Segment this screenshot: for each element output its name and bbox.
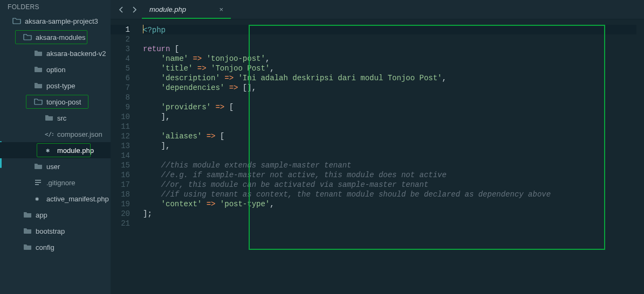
tree-item-label: src [57, 114, 66, 122]
folder-closed-icon [33, 65, 43, 74]
code-line[interactable]: //this module extends sample-master tena… [143, 160, 636, 170]
code-line[interactable]: //e.g. if sample-master not active, this… [143, 170, 636, 180]
code-line[interactable] [143, 122, 636, 131]
code-file-icon [44, 130, 54, 138]
line-number: 11 [111, 122, 130, 131]
tab-module-php[interactable]: module.php × [142, 0, 231, 19]
tree-item-label: config [36, 243, 54, 251]
tree-item-aksara-sample-project3[interactable]: aksara-sample-project3 [0, 13, 111, 29]
code-line[interactable]: //if using tenant as context, the tenant… [143, 190, 636, 199]
folder-closed-icon [23, 227, 32, 235]
code-line[interactable]: ]; [143, 209, 636, 219]
line-number: 7 [111, 83, 130, 93]
tree-item-label: composer.json [57, 130, 102, 138]
tree-item-label: aksara-backend-v2 [46, 50, 106, 58]
line-number: 6 [111, 73, 130, 83]
code-line[interactable] [143, 219, 636, 228]
folder-closed-icon [33, 81, 43, 90]
line-number: 2 [111, 34, 130, 44]
editor-area: module.php × 123456789101112131415161718… [111, 0, 644, 294]
folder-open-icon [12, 17, 22, 25]
code-viewport[interactable]: <?php return [ 'name' => 'tonjoo-post', … [143, 19, 636, 294]
code-line[interactable]: 'aliases' => [ [143, 131, 636, 141]
tree-item-post-type[interactable]: post-type [0, 78, 111, 94]
file-icon [33, 194, 43, 203]
tree-item-aksara-backend-v2[interactable]: aksara-backend-v2 [0, 45, 111, 61]
line-number: 4 [111, 54, 130, 64]
tree-item-label: active_manifest.php [46, 195, 109, 203]
code-line[interactable]: 'context' => 'post-type', [143, 199, 636, 209]
code-line[interactable] [143, 93, 636, 102]
close-icon[interactable]: × [219, 5, 223, 13]
tree-item-label: bootstrap [36, 227, 65, 235]
line-gutter: 123456789101112131415161718192021 [111, 19, 134, 294]
code-line[interactable]: 'providers' => [ [143, 102, 636, 112]
tree-item-label: option [46, 66, 65, 74]
tree-item-app[interactable]: app [0, 207, 111, 223]
folder-open-icon [23, 33, 32, 41]
tree-item-label: tonjoo-post [46, 98, 81, 106]
sidebar: FOLDERS aksara-sample-project3aksara-mod… [0, 0, 111, 294]
tree-item-aksara-modules[interactable]: aksara-modules [0, 29, 111, 45]
lines-file-icon [33, 178, 43, 187]
line-number: 16 [111, 170, 130, 180]
nav-forward-icon[interactable] [130, 5, 139, 14]
nav-back-icon[interactable] [117, 5, 126, 14]
code-line[interactable]: 'description' => 'Ini adalah deskripsi d… [143, 73, 636, 83]
code-line[interactable]: return [ [143, 44, 636, 54]
tree-item-tonjoo-post[interactable]: tonjoo-post [0, 94, 111, 110]
tree-item-module-php[interactable]: module.php [0, 142, 111, 158]
tree-item-option[interactable]: option [0, 61, 111, 78]
line-number: 15 [111, 160, 130, 170]
file-tree: aksara-sample-project3aksara-modulesaksa… [0, 13, 111, 260]
tab-bar: module.php × [111, 0, 644, 19]
code-line[interactable]: 'title' => 'Tonjoo Post', [143, 64, 636, 73]
tree-item--gitignore[interactable]: .gitignore [0, 174, 111, 191]
code-line[interactable]: //or, this module can be activated via s… [143, 180, 636, 190]
line-number: 13 [111, 141, 130, 151]
tree-item-label: aksara-modules [36, 33, 86, 41]
code-line[interactable]: ], [143, 141, 636, 151]
line-number: 9 [111, 102, 130, 112]
tree-item-active-manifest-php[interactable]: active_manifest.php [0, 191, 111, 207]
tree-item-composer-json[interactable]: composer.json [0, 126, 111, 142]
tree-item-label: post-type [46, 82, 75, 90]
file-icon [44, 146, 54, 155]
folder-closed-icon [23, 243, 32, 251]
tree-item-label: .gitignore [46, 179, 75, 187]
tab-title: module.php [149, 5, 203, 13]
minimap-placeholder [636, 19, 644, 294]
code-line[interactable]: <?php [143, 25, 636, 34]
tree-item-label: app [36, 211, 47, 219]
tree-item-label: user [46, 163, 60, 171]
tree-item-user[interactable]: user [0, 158, 111, 174]
line-number: 3 [111, 44, 130, 54]
line-number: 5 [111, 64, 130, 73]
fold-gutter [134, 19, 143, 294]
folder-open-icon [33, 97, 43, 106]
folder-closed-icon [33, 49, 43, 58]
line-number: 14 [111, 151, 130, 160]
line-number: 20 [111, 209, 130, 219]
line-number: 18 [111, 190, 130, 199]
code-line[interactable]: 'name' => 'tonjoo-post', [143, 54, 636, 64]
folder-closed-icon [23, 211, 32, 219]
line-number: 1 [111, 25, 130, 34]
line-number: 17 [111, 180, 130, 190]
line-number: 8 [111, 93, 130, 102]
line-number: 19 [111, 199, 130, 209]
code-line[interactable]: ], [143, 112, 636, 122]
folder-closed-icon [33, 162, 43, 171]
line-number: 21 [111, 219, 130, 228]
line-number: 10 [111, 112, 130, 122]
line-number: 12 [111, 131, 130, 141]
code-line[interactable] [143, 34, 636, 44]
tree-item-label: aksara-sample-project3 [25, 17, 98, 25]
tree-item-src[interactable]: src [0, 110, 111, 126]
folder-closed-icon [44, 114, 54, 122]
tree-item-bootstrap[interactable]: bootstrap [0, 223, 111, 239]
code-line[interactable]: 'dependencies' => [], [143, 83, 636, 93]
tree-item-config[interactable]: config [0, 239, 111, 255]
code-line[interactable] [143, 151, 636, 160]
tree-item-label: module.php [57, 146, 94, 155]
